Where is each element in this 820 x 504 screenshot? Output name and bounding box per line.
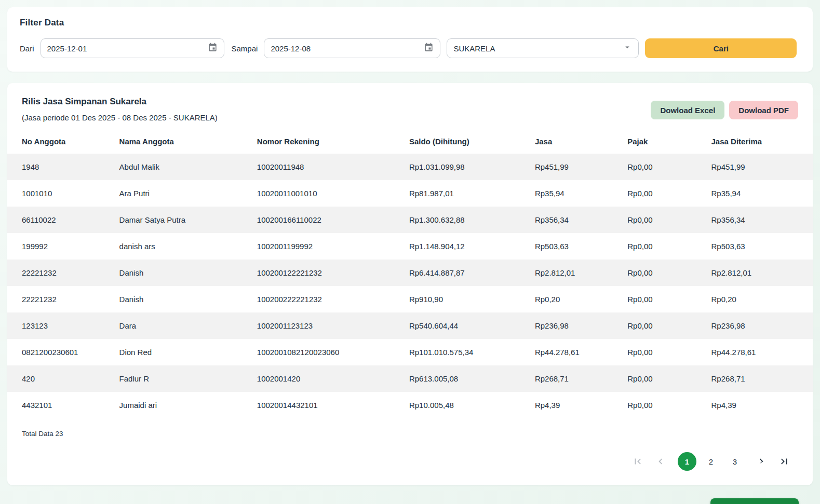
table-cell: Rp451,99: [711, 154, 813, 180]
table-cell: 1948: [7, 154, 119, 180]
last-page-button[interactable]: [778, 456, 790, 467]
jenis-simpanan-value: SUKARELA: [453, 44, 495, 53]
dari-date-value: 2025-12-01: [47, 44, 87, 53]
table-cell: Rp4,39: [711, 392, 813, 418]
table-cell: Rp4,39: [535, 392, 627, 418]
calendar-icon[interactable]: [208, 43, 218, 55]
table-cell: Rp35,94: [535, 180, 627, 207]
column-header: Nama Anggota: [119, 129, 257, 154]
table-cell: Rp35,94: [711, 180, 813, 207]
report-table: No AnggotaNama AnggotaNomor RekeningSald…: [7, 129, 813, 418]
column-header: Nomor Rekening: [257, 129, 409, 154]
table-row: 22221232Danish100200222221232Rp910,90Rp0…: [7, 286, 813, 312]
filter-title: Filter Data: [20, 18, 800, 28]
pagination: 123: [7, 438, 813, 477]
sampai-date-input[interactable]: 2025-12-08: [264, 38, 440, 58]
table-cell: Rp613.005,08: [409, 365, 535, 392]
table-cell: danish ars: [119, 233, 257, 260]
chevron-down-icon: [623, 43, 632, 54]
column-header: Saldo (Dihitung): [409, 129, 535, 154]
table-cell: Rp236,98: [535, 312, 627, 339]
sampai-date-value: 2025-12-08: [271, 44, 311, 53]
table-cell: 1001010: [7, 180, 119, 207]
table-cell: 0821200230601: [7, 339, 119, 365]
table-row: 123123Dara1002001123123Rp540.604,44Rp236…: [7, 312, 813, 339]
next-page-button[interactable]: [756, 456, 767, 467]
download-buttons: Dowload Excel Dowload PDF: [651, 101, 798, 119]
page-2-button[interactable]: 2: [702, 452, 720, 471]
table-cell: Rp2.812,01: [535, 260, 627, 286]
table-cell: Rp0,00: [627, 180, 711, 207]
table-cell: Rp0,00: [627, 392, 711, 418]
table-cell: 1002001123123: [257, 312, 409, 339]
table-cell: 100200166110022: [257, 207, 409, 233]
column-header: Jasa: [535, 129, 627, 154]
table-cell: Rp2.812,01: [711, 260, 813, 286]
table-cell: Rp451,99: [535, 154, 627, 180]
proses-selanjutnya-button[interactable]: Proses Selanjutnya: [710, 498, 799, 504]
table-cell: Rp0,00: [627, 339, 711, 365]
prev-page-button[interactable]: [655, 456, 666, 467]
report-header: Rilis Jasa Simpanan Sukarela (Jasa perio…: [7, 97, 813, 129]
table-cell: 100200222221232: [257, 286, 409, 312]
table-cell: 123123: [7, 312, 119, 339]
table-row: 1948Abdul Malik10020011948Rp1.031.099,98…: [7, 154, 813, 180]
table-cell: Rp0,00: [627, 286, 711, 312]
first-page-button[interactable]: [632, 456, 643, 467]
table-cell: Jumaidi ari: [119, 392, 257, 418]
page-3-button[interactable]: 3: [725, 452, 744, 471]
table-cell: 1002001420: [257, 365, 409, 392]
table-cell: 4432101: [7, 392, 119, 418]
dari-date-input[interactable]: 2025-12-01: [41, 38, 224, 58]
cari-button[interactable]: Cari: [645, 38, 797, 58]
report-card: Rilis Jasa Simpanan Sukarela (Jasa perio…: [7, 83, 813, 485]
table-cell: Rp503,63: [711, 233, 813, 260]
table-cell: Rp1.300.632,88: [409, 207, 535, 233]
table-cell: 100200122221232: [257, 260, 409, 286]
column-header: Pajak: [627, 129, 711, 154]
table-cell: Rp0,00: [627, 312, 711, 339]
total-data-label: Total Data 23: [7, 418, 813, 438]
filter-card: Filter Data Dari 2025-12-01 Sampai 2025-…: [7, 7, 813, 72]
table-cell: Rp0,20: [711, 286, 813, 312]
table-cell: Abdul Malik: [119, 154, 257, 180]
filter-row: Dari 2025-12-01 Sampai 2025-12-08 SUKARE…: [20, 38, 800, 58]
table-cell: Rp10.005,48: [409, 392, 535, 418]
table-cell: 10020011001010: [257, 180, 409, 207]
calendar-icon[interactable]: [424, 43, 434, 55]
report-titles: Rilis Jasa Simpanan Sukarela (Jasa perio…: [22, 97, 218, 129]
page-number-buttons: 123: [678, 452, 744, 471]
table-cell: Rp540.604,44: [409, 312, 535, 339]
table-cell: 199992: [7, 233, 119, 260]
jenis-simpanan-select[interactable]: SUKARELA: [447, 38, 639, 58]
table-cell: Rp268,71: [711, 365, 813, 392]
table-cell: 10020014432101: [257, 392, 409, 418]
table-cell: Rp910,90: [409, 286, 535, 312]
table-cell: Fadlur R: [119, 365, 257, 392]
table-cell: Rp101.010.575,34: [409, 339, 535, 365]
table-cell: Rp44.278,61: [535, 339, 627, 365]
column-header: No Anggota: [7, 129, 119, 154]
table-cell: Damar Satya Putra: [119, 207, 257, 233]
table-cell: Ara Putri: [119, 180, 257, 207]
download-excel-button[interactable]: Dowload Excel: [651, 101, 724, 119]
table-cell: 1002001082120023060: [257, 339, 409, 365]
table-cell: Rp0,00: [627, 260, 711, 286]
page: Filter Data Dari 2025-12-01 Sampai 2025-…: [0, 7, 820, 504]
table-cell: Rp0,00: [627, 154, 711, 180]
table-row: 199992danish ars1002001199992Rp1.148.904…: [7, 233, 813, 260]
dari-label: Dari: [20, 44, 34, 53]
table-cell: Rp0,00: [627, 365, 711, 392]
table-row: 4432101Jumaidi ari10020014432101Rp10.005…: [7, 392, 813, 418]
table-row: 22221232Danish100200122221232Rp6.414.887…: [7, 260, 813, 286]
table-cell: 1002001199992: [257, 233, 409, 260]
table-cell: Rp1.031.099,98: [409, 154, 535, 180]
column-header: Jasa Diterima: [711, 129, 813, 154]
table-row: 1001010Ara Putri10020011001010Rp81.987,0…: [7, 180, 813, 207]
chevron-right-icon: [756, 456, 767, 467]
table-cell: Rp1.148.904,12: [409, 233, 535, 260]
page-1-button[interactable]: 1: [678, 452, 696, 471]
download-pdf-button[interactable]: Dowload PDF: [729, 101, 798, 119]
report-title: Rilis Jasa Simpanan Sukarela: [22, 97, 218, 107]
table-cell: Rp356,34: [535, 207, 627, 233]
